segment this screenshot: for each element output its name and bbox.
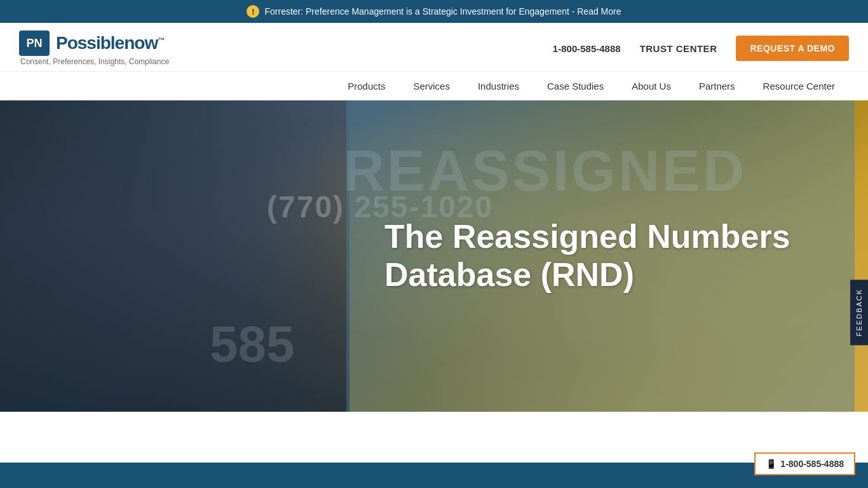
logo-wordmark: Possiblenow™ bbox=[56, 33, 164, 53]
nav-products[interactable]: Products bbox=[334, 72, 399, 100]
footer-bar bbox=[0, 463, 868, 488]
hero-text: The Reassigned Numbers Database (RND) bbox=[384, 218, 817, 294]
header-right: 1-800-585-4888 TRUST CENTER REQUEST A DE… bbox=[553, 36, 849, 61]
logo-text: Possiblenow™ bbox=[56, 33, 164, 53]
trust-center-link[interactable]: TRUST CENTER bbox=[640, 43, 717, 54]
nav-industries[interactable]: Industries bbox=[464, 72, 533, 100]
logo-icon: PN bbox=[19, 30, 50, 56]
hero-section: (770) 255-1020 585 REASSIGNED The Reassi… bbox=[0, 100, 868, 412]
phone-icon: 📱 bbox=[766, 459, 776, 469]
announcement-text: Forrester: Preference Management is a St… bbox=[264, 6, 621, 17]
header-phone[interactable]: 1-800-585-4888 bbox=[553, 43, 621, 54]
nav-bar: Products Services Industries Case Studie… bbox=[0, 71, 868, 100]
bottom-phone-bar[interactable]: 📱 1-800-585-4888 bbox=[754, 452, 855, 475]
hero-content-overlay: The Reassigned Numbers Database (RND) bbox=[346, 100, 855, 412]
header-top: PN Possiblenow™ Consent, Preferences, In… bbox=[0, 23, 868, 71]
request-demo-button[interactable]: REQUEST A DEMO bbox=[736, 36, 849, 61]
bg-phone-number-2: 585 bbox=[210, 315, 294, 374]
main-nav: Products Services Industries Case Studie… bbox=[334, 72, 849, 100]
person-image bbox=[0, 100, 349, 412]
feedback-tab[interactable]: FEEDBACK bbox=[850, 280, 868, 345]
announcement-bar: ! Forrester: Preference Management is a … bbox=[0, 0, 868, 23]
nav-partners[interactable]: Partners bbox=[685, 72, 749, 100]
nav-case-studies[interactable]: Case Studies bbox=[533, 72, 618, 100]
nav-resource-center[interactable]: Resource Center bbox=[749, 72, 849, 100]
logo-box: PN Possiblenow™ bbox=[19, 30, 169, 56]
bottom-phone-number: 1-800-585-4888 bbox=[780, 459, 844, 469]
nav-services[interactable]: Services bbox=[399, 72, 464, 100]
warning-icon: ! bbox=[247, 5, 259, 18]
header: PN Possiblenow™ Consent, Preferences, In… bbox=[0, 23, 868, 100]
nav-about-us[interactable]: About Us bbox=[618, 72, 685, 100]
logo-tagline: Consent, Preferences, Insights, Complian… bbox=[19, 57, 169, 66]
hero-title: The Reassigned Numbers Database (RND) bbox=[384, 218, 817, 294]
logo-area[interactable]: PN Possiblenow™ Consent, Preferences, In… bbox=[19, 30, 169, 66]
